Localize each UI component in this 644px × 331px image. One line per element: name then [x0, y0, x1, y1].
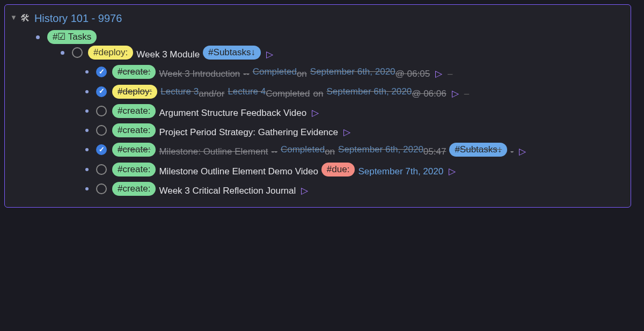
separator: -- [243, 65, 249, 83]
bullet-icon[interactable] [85, 168, 89, 171]
completed-date[interactable]: September 6th, 2020 [326, 83, 412, 100]
page-title[interactable]: History 101 - 9976 [34, 8, 122, 28]
deploy-tag[interactable]: #deploy: [112, 85, 157, 99]
lecture-link[interactable]: Lecture 3 [160, 83, 199, 100]
task-row: #create: Milestone: Outline Element -- C… [85, 141, 625, 160]
bullet-icon[interactable] [85, 187, 89, 190]
bullet-icon[interactable] [85, 109, 89, 113]
due-date[interactable]: September 7th, 2020 [358, 163, 443, 180]
page-header-row: ▼ 🛠 History 101 - 9976 [10, 8, 625, 28]
task-title[interactable]: Week 3 Introduction [159, 65, 240, 83]
bullet-icon[interactable] [36, 35, 40, 39]
task-row: #create: Argument Structure Feedback Vid… [85, 102, 625, 122]
task-row-root: #deploy: Week 3 Module #Subtasks↓ ▷ [61, 44, 625, 63]
deploy-tag[interactable]: #deploy: [88, 46, 133, 60]
bullet-icon[interactable] [61, 51, 64, 55]
task-checkbox[interactable] [96, 67, 107, 77]
completed-time: @ 06:06 [412, 85, 447, 102]
lecture-link[interactable]: Lecture 4 [228, 83, 266, 100]
completed-link[interactable]: Completed [281, 141, 325, 158]
dash: - [510, 143, 514, 160]
tag-label: #☑ Tasks [53, 31, 91, 43]
create-tag[interactable]: #create: [112, 104, 156, 118]
task-checkbox[interactable] [96, 183, 107, 194]
task-row: #deploy: Lecture 3 and/or Lecture 4 Comp… [85, 83, 625, 102]
create-tag[interactable]: #create: [112, 143, 156, 157]
completed-time: @ 06:05 [396, 65, 430, 83]
task-title[interactable]: Milestone Outline Element Demo Video [159, 163, 318, 180]
on-label: on [297, 65, 307, 83]
task-title[interactable]: Milestone: Outline Element [159, 143, 268, 160]
subtasks-tag[interactable]: #Subtasks↓ [203, 46, 261, 60]
on-label: on [325, 143, 335, 160]
task-title[interactable]: Argument Structure Feedback Video [159, 105, 306, 122]
completed-label: Completed [266, 85, 310, 102]
task-checkbox[interactable] [72, 47, 83, 58]
dash: – [464, 85, 469, 102]
on-label: on [313, 85, 323, 102]
completed-link[interactable]: Completed [253, 63, 297, 80]
run-icon[interactable]: ▷ [449, 163, 456, 180]
tasks-tag-row: #☑ Tasks [36, 28, 625, 44]
run-icon[interactable]: ▷ [452, 85, 459, 102]
run-icon[interactable]: ▷ [301, 182, 308, 200]
create-tag[interactable]: #create: [112, 65, 156, 79]
run-icon[interactable]: ▷ [266, 46, 273, 63]
task-checkbox[interactable] [96, 144, 107, 155]
run-icon[interactable]: ▷ [435, 65, 442, 83]
task-title[interactable]: Week 3 Module [136, 46, 200, 63]
completed-time: 05:47 [423, 143, 447, 160]
run-icon[interactable]: ▷ [312, 105, 319, 122]
bullet-icon[interactable] [85, 90, 89, 93]
task-title[interactable]: Week 3 Critical Reflection Journal [159, 182, 296, 200]
create-tag[interactable]: #create: [112, 163, 156, 176]
run-icon[interactable]: ▷ [519, 143, 526, 160]
completed-date[interactable]: September 6th, 2020 [310, 63, 396, 80]
separator: -- [272, 143, 277, 160]
tasks-tag[interactable]: #☑ Tasks [47, 30, 97, 44]
task-checkbox[interactable] [96, 164, 107, 175]
task-row: #create: Week 3 Critical Reflection Jour… [85, 180, 625, 200]
task-checkbox[interactable] [96, 106, 107, 116]
collapse-caret-icon[interactable]: ▼ [10, 11, 17, 25]
bullet-icon[interactable] [85, 70, 89, 73]
completed-date[interactable]: September 6th, 2020 [338, 141, 423, 158]
due-tag[interactable]: #due: [321, 163, 355, 176]
task-checkbox[interactable] [96, 125, 107, 136]
dash: – [448, 65, 452, 83]
create-tag[interactable]: #create: [112, 182, 156, 196]
bullet-icon[interactable] [85, 129, 89, 132]
bullet-icon[interactable] [85, 148, 89, 151]
create-tag[interactable]: #create: [112, 123, 156, 137]
task-row: #create: Milestone Outline Element Demo … [85, 161, 625, 180]
task-row: #create: Project Period Strategy: Gather… [85, 122, 625, 141]
subtasks-tag[interactable]: #Subtasks↓ [449, 143, 507, 157]
andor-label: and/or [199, 85, 224, 102]
task-row: #create: Week 3 Introduction -- Complete… [85, 63, 625, 83]
run-icon[interactable]: ▷ [343, 124, 350, 141]
wrench-icon: 🛠 [20, 9, 30, 27]
outline-container: ▼ 🛠 History 101 - 9976 #☑ Tasks #deploy:… [4, 4, 631, 208]
task-title[interactable]: Project Period Strategy: Gathering Evide… [159, 124, 338, 141]
task-checkbox[interactable] [96, 86, 107, 97]
